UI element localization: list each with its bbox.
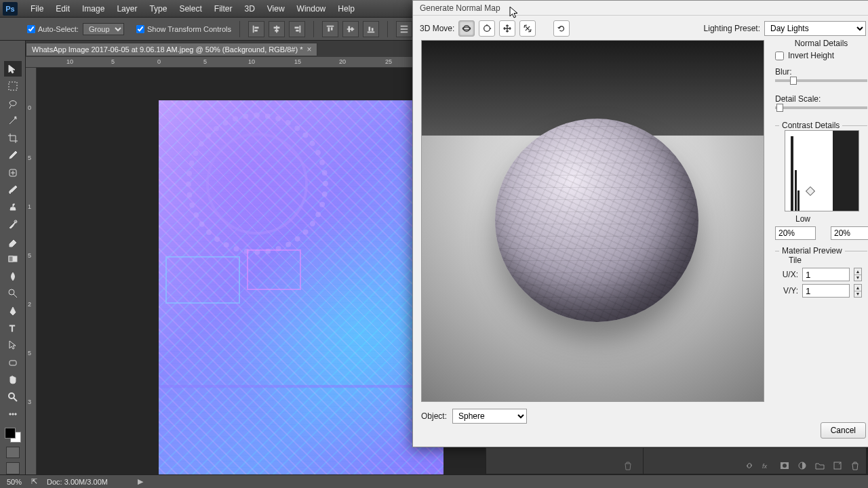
distribute-top-icon[interactable] (396, 21, 412, 37)
new-layer-icon[interactable] (832, 460, 843, 471)
orbit-icon[interactable] (458, 20, 475, 37)
color-swatch[interactable] (5, 428, 21, 443)
lighting-preset-label: Lighting Preset: (704, 24, 760, 33)
folder-icon[interactable] (814, 460, 825, 471)
menu-help[interactable]: Help (332, 0, 361, 18)
ux-stepper[interactable]: ▲▼ (854, 268, 862, 281)
export-icon[interactable]: ⇱ (31, 477, 37, 486)
blur-slider[interactable] (775, 79, 867, 82)
object-select[interactable]: Sphere (452, 409, 527, 424)
adjustment-icon[interactable] (797, 460, 808, 471)
reset-view-icon[interactable] (553, 20, 570, 37)
dialog-titlebar[interactable]: Generate Normal Map (413, 1, 868, 16)
status-play-icon[interactable]: ▶ (138, 477, 143, 486)
app-logo: Ps (3, 2, 18, 16)
align-bottom-icon[interactable] (363, 21, 379, 37)
close-tab-icon[interactable]: × (307, 45, 311, 54)
pen-tool[interactable] (4, 303, 22, 319)
align-right-icon[interactable] (289, 21, 305, 37)
type-tool[interactable]: T (4, 320, 22, 336)
screenmode-toggle[interactable] (6, 462, 20, 474)
auto-select-check-input[interactable] (27, 25, 35, 33)
mask-icon[interactable] (779, 460, 790, 471)
menu-image[interactable]: Image (76, 0, 111, 18)
brush-tool[interactable] (4, 182, 22, 197)
shape-tool[interactable] (4, 354, 22, 370)
dodge-tool[interactable] (4, 285, 22, 301)
history-brush-tool[interactable] (4, 216, 22, 232)
vy-stepper[interactable]: ▲▼ (854, 284, 862, 298)
menu-window[interactable]: Window (291, 0, 332, 18)
trash-icon[interactable] (850, 460, 861, 471)
hand-tool[interactable] (4, 372, 22, 388)
show-transform-check-input[interactable] (136, 25, 144, 33)
contrast-histogram[interactable] (785, 130, 859, 211)
quickmask-toggle[interactable] (6, 447, 20, 459)
edit-toolbar-icon[interactable] (4, 407, 22, 422)
auto-select-mode[interactable]: Group (83, 23, 124, 35)
fx-icon[interactable]: fx (762, 460, 772, 471)
document-tabs: WhatsApp Image 2017-06-05 at 9.06.18 AM.… (26, 42, 317, 56)
svg-rect-7 (295, 26, 299, 28)
vy-input[interactable] (802, 284, 850, 298)
crop-tool[interactable] (4, 130, 22, 146)
menu-select[interactable]: Select (173, 0, 208, 18)
ruler-vertical[interactable]: 0 5 1 5 2 5 3 (26, 68, 37, 474)
invert-height-checkbox[interactable] (775, 52, 784, 60)
clone-stamp-tool[interactable] (4, 199, 22, 215)
svg-rect-11 (331, 27, 333, 30)
generate-normal-map-dialog: Generate Normal Map 3D Move: Lighting Pr… (412, 0, 868, 447)
lasso-tool[interactable] (4, 96, 22, 111)
healing-brush-tool[interactable] (4, 165, 22, 180)
align-hcenter-icon[interactable] (269, 21, 285, 37)
align-vcenter-icon[interactable] (342, 21, 359, 37)
contrast-low-input[interactable] (775, 226, 816, 240)
ruler-tick: 5 (203, 58, 207, 65)
slide-icon[interactable] (519, 20, 536, 37)
gradient-tool[interactable] (4, 251, 22, 266)
ux-input[interactable] (802, 268, 850, 281)
svg-rect-12 (347, 28, 355, 30)
eyedropper-tool[interactable] (4, 147, 22, 163)
trash-icon[interactable] (623, 460, 633, 471)
menu-view[interactable]: View (261, 0, 291, 18)
menu-type[interactable]: Type (143, 0, 173, 18)
path-select-tool[interactable] (4, 338, 22, 353)
eraser-tool[interactable] (4, 234, 22, 249)
ruler-tick: 10 (66, 58, 73, 65)
magic-wand-tool[interactable] (4, 113, 22, 128)
roll-icon[interactable] (479, 20, 495, 37)
align-left-icon[interactable] (248, 21, 264, 37)
menu-layer[interactable]: Layer (111, 0, 143, 18)
tile-label: Tile (789, 256, 802, 265)
marquee-tool[interactable] (4, 78, 22, 94)
panel-footer-right: fx (643, 447, 867, 474)
cancel-button[interactable]: Cancel (821, 422, 866, 439)
menu-filter[interactable]: Filter (208, 0, 239, 18)
lighting-preset-select[interactable]: Day Lights (764, 21, 866, 36)
ruler-tick: 20 (339, 58, 346, 65)
link-icon[interactable] (744, 460, 755, 471)
contrast-high-input[interactable] (831, 226, 868, 240)
3d-preview[interactable] (421, 40, 764, 402)
svg-rect-4 (274, 26, 280, 28)
blur-tool[interactable] (4, 268, 22, 284)
menu-edit[interactable]: Edit (50, 0, 76, 18)
menu-file[interactable]: File (24, 0, 50, 18)
zoom-level[interactable]: 50% (7, 478, 22, 486)
svg-point-39 (14, 413, 16, 415)
pan-icon[interactable] (499, 20, 515, 37)
show-transform-checkbox[interactable]: Show Transform Controls (136, 25, 231, 33)
detail-scale-slider[interactable] (775, 106, 867, 109)
dialog-title: Generate Normal Map (420, 3, 500, 13)
zoom-tool[interactable] (4, 389, 22, 405)
menu-3d[interactable]: 3D (238, 0, 260, 18)
document-tab[interactable]: WhatsApp Image 2017-06-05 at 9.06.18 AM.… (26, 43, 317, 56)
align-top-icon[interactable] (322, 21, 338, 37)
auto-select-checkbox[interactable]: Auto-Select: (27, 25, 79, 33)
move-tool[interactable] (4, 61, 22, 77)
separator (313, 21, 314, 37)
toolbox: T (0, 41, 26, 474)
svg-rect-9 (327, 25, 334, 26)
svg-point-33 (9, 289, 14, 295)
